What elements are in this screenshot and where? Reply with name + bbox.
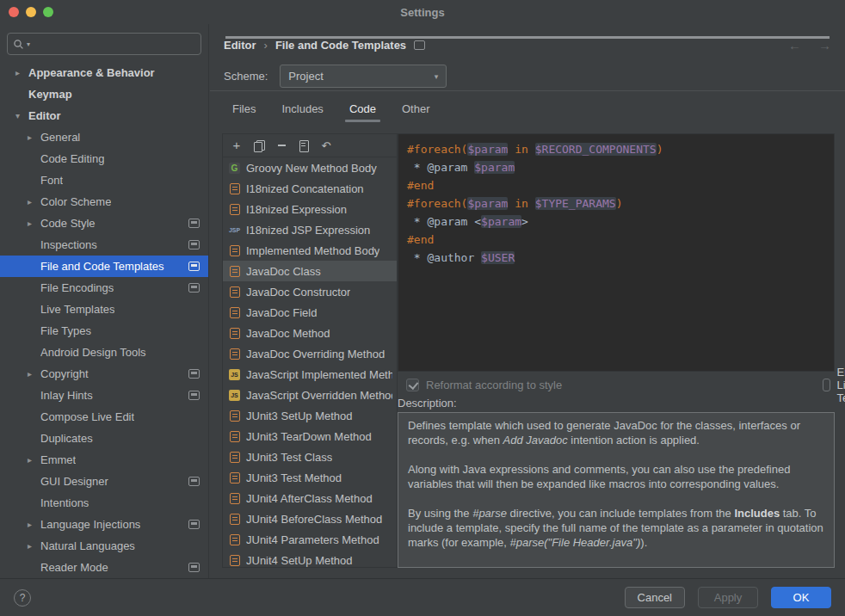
template-item-i18nized-concatenation[interactable]: I18nized Concatenation [223, 178, 397, 199]
template-item-implemented-method-body[interactable]: Implemented Method Body [223, 240, 397, 261]
screen-settings-icon [188, 219, 200, 228]
enable-live-templates-checkbox[interactable]: Enable Live Templates [823, 373, 845, 396]
sidebar-item-label: Natural Languages [40, 539, 135, 552]
template-file-icon [227, 513, 242, 526]
sidebar-item-label: Compose Live Edit [40, 410, 134, 423]
tab-code[interactable]: Code [339, 93, 386, 124]
sidebar-item-inspections[interactable]: Inspections [0, 234, 208, 256]
template-item-javadoc-field[interactable]: JavaDoc Field [223, 302, 397, 323]
sidebar-item-live-templates[interactable]: Live Templates [0, 299, 208, 320]
search-input[interactable] [33, 38, 195, 51]
description-paragraph: Defines template which used to generate … [408, 418, 824, 447]
sidebar-item-gui-designer[interactable]: GUI Designer [0, 471, 208, 492]
template-file-icon [227, 410, 242, 422]
template-item-junit3-setup-method[interactable]: JUnit3 SetUp Method [223, 405, 397, 426]
template-item-label: JavaDoc Overriding Method [246, 348, 385, 360]
sidebar-item-color-scheme[interactable]: ▸Color Scheme [0, 191, 208, 213]
sidebar-item-file-encodings[interactable]: File Encodings [0, 277, 208, 299]
template-item-label: I18nized Expression [246, 203, 347, 216]
apply-button[interactable]: Apply [698, 587, 758, 608]
chevron-right-icon[interactable]: ▸ [15, 68, 28, 77]
sidebar-item-font[interactable]: Font [0, 169, 208, 191]
template-item-junit3-teardown-method[interactable]: JUnit3 TearDown Method [223, 426, 397, 447]
sidebar-item-keymap[interactable]: Keymap [0, 83, 208, 105]
chevron-right-icon[interactable]: ▸ [28, 369, 40, 379]
forward-arrow-icon[interactable]: → [818, 38, 831, 52]
sidebar-item-android-design-tools[interactable]: Android Design Tools [0, 342, 208, 363]
sidebar-item-general[interactable]: ▸General [0, 126, 208, 148]
sidebar-item-inlay-hints[interactable]: Inlay Hints [0, 385, 208, 406]
copy-icon[interactable] [251, 139, 267, 152]
sidebar-item-compose-live-edit[interactable]: Compose Live Edit [0, 406, 208, 428]
sidebar-item-emmet[interactable]: ▸Emmet [0, 449, 208, 471]
back-arrow-icon[interactable]: ← [788, 38, 801, 52]
template-item-javascript-overridden-method[interactable]: JSJavaScript Overridden Method [223, 385, 397, 405]
template-item-javadoc-method[interactable]: JavaDoc Method [223, 323, 397, 343]
template-file-icon [227, 244, 242, 257]
description-paragraph: By using the #parse directive, you can i… [408, 506, 824, 550]
settings-search-field[interactable]: ▾ [7, 33, 201, 55]
description-paragraph: Predefined variables take the following … [408, 564, 824, 568]
chevron-right-icon[interactable]: ▸ [28, 219, 40, 228]
duplicate-icon[interactable] [296, 139, 311, 152]
chevron-right-icon[interactable]: ▸ [28, 132, 40, 142]
sidebar-item-label: File and Code Templates [40, 260, 164, 273]
template-item-junit4-afterclass-method[interactable]: JUnit4 AfterClass Method [223, 488, 397, 508]
sidebar-item-label: Live Templates [40, 303, 114, 316]
list-toolbar [223, 134, 397, 157]
template-item-groovy-new-method-body[interactable]: GGroovy New Method Body [223, 157, 397, 178]
js-file-icon: JS [227, 368, 242, 381]
sidebar-item-file-types[interactable]: File Types [0, 320, 208, 342]
sidebar-item-code-editing[interactable]: Code Editing [0, 148, 208, 169]
rollback-icon[interactable] [318, 139, 334, 152]
template-item-javadoc-overriding-method[interactable]: JavaDoc Overriding Method [223, 343, 397, 364]
sidebar-item-appearance-behavior[interactable]: ▸Appearance & Behavior [0, 62, 208, 83]
sidebar-item-file-and-code-templates[interactable]: File and Code Templates [0, 256, 208, 277]
template-code-editor[interactable]: #foreach($param in $RECORD_COMPONENTS) *… [398, 133, 835, 372]
sidebar-item-natural-languages[interactable]: ▸Natural Languages [0, 535, 208, 557]
help-button[interactable]: ? [14, 589, 31, 607]
template-item-junit4-setup-method[interactable]: JUnit4 SetUp Method [223, 550, 397, 567]
description-box[interactable]: Defines template which used to generate … [398, 412, 835, 568]
add-icon[interactable] [229, 139, 244, 152]
chevron-right-icon[interactable]: ▸ [28, 520, 40, 529]
sidebar-item-reader-mode[interactable]: Reader Mode [0, 557, 208, 578]
sidebar-item-label: Editor [28, 109, 61, 122]
sidebar-item-label: Duplicates [40, 432, 93, 445]
tab-includes[interactable]: Includes [271, 93, 333, 124]
tab-other[interactable]: Other [392, 93, 441, 124]
sidebar-item-language-injections[interactable]: ▸Language Injections [0, 514, 208, 535]
template-item-junit4-beforeclass-method[interactable]: JUnit4 BeforeClass Method [223, 508, 397, 529]
scheme-row: Scheme: Project ▾ [224, 65, 447, 88]
tab-files[interactable]: Files [222, 93, 266, 124]
sidebar-item-label: Reader Mode [40, 561, 108, 574]
chevron-right-icon[interactable]: ▸ [28, 197, 40, 206]
sidebar-item-code-style[interactable]: ▸Code Style [0, 213, 208, 234]
template-item-label: JavaScript Implemented Method [246, 368, 392, 381]
sidebar-item-intentions[interactable]: Intentions [0, 492, 208, 514]
cancel-button[interactable]: Cancel [625, 587, 685, 608]
chevron-right-icon[interactable]: ▸ [28, 455, 40, 465]
sidebar-item-duplicates[interactable]: Duplicates [0, 428, 208, 449]
chevron-right-icon[interactable]: ▸ [28, 541, 40, 551]
template-item-i18nized-expression[interactable]: I18nized Expression [223, 199, 397, 219]
remove-icon[interactable] [274, 139, 289, 152]
template-item-junit3-test-method[interactable]: JUnit3 Test Method [223, 467, 397, 488]
template-item-javascript-implemented-method[interactable]: JSJavaScript Implemented Method [223, 364, 397, 385]
template-file-icon [227, 306, 242, 319]
template-item-label: JUnit4 AfterClass Method [246, 492, 373, 505]
chevron-down-icon[interactable]: ▾ [15, 111, 28, 120]
search-options-chevron-icon[interactable]: ▾ [27, 40, 30, 48]
ok-button[interactable]: OK [771, 587, 831, 608]
sidebar-item-copyright[interactable]: ▸Copyright [0, 363, 208, 385]
reformat-checkbox[interactable]: Reformat according to style [406, 373, 562, 396]
checkbox-box-icon [406, 379, 419, 391]
template-item-javadoc-constructor[interactable]: JavaDoc Constructor [223, 281, 397, 302]
template-item-junit4-parameters-method[interactable]: JUnit4 Parameters Method [223, 529, 397, 550]
template-item-i18nized-jsp-expression[interactable]: JSPI18nized JSP Expression [223, 219, 397, 240]
sidebar-item-editor[interactable]: ▾Editor [0, 105, 208, 126]
screen-settings-icon [188, 477, 200, 486]
template-item-javadoc-class[interactable]: JavaDoc Class [223, 261, 397, 281]
template-item-junit3-test-class[interactable]: JUnit3 Test Class [223, 447, 397, 467]
scheme-select[interactable]: Project ▾ [280, 65, 447, 88]
